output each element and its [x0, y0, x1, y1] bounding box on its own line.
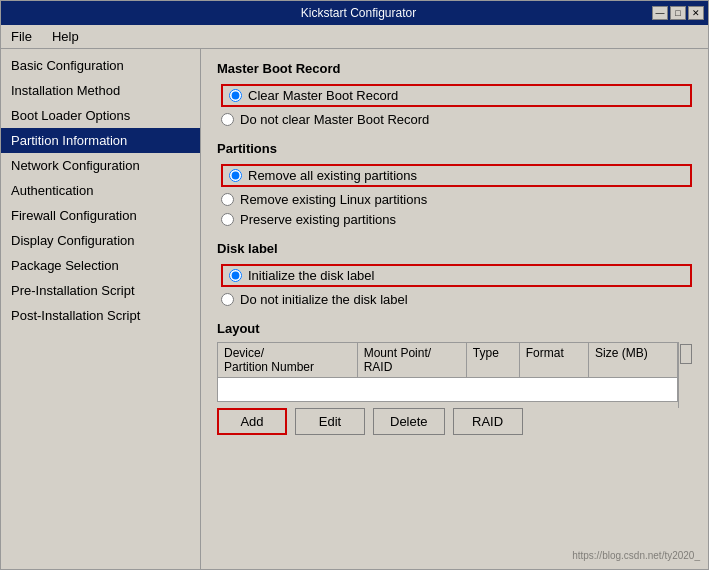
sidebar-item-authentication[interactable]: Authentication	[1, 178, 200, 203]
partitions-radio-preserve[interactable]	[221, 213, 234, 226]
menu-help[interactable]: Help	[46, 27, 85, 46]
maximize-button[interactable]: □	[670, 6, 686, 20]
main-window: Kickstart Configurator — □ ✕ File Help B…	[0, 0, 709, 570]
col-device: Device/Partition Number	[218, 343, 357, 378]
window-body: Basic Configuration Installation Method …	[1, 49, 708, 569]
layout-table-container: Device/Partition Number Mount Point/RAID…	[217, 342, 678, 402]
content-area: Basic Configuration Installation Method …	[1, 49, 708, 569]
sidebar-item-partition-information[interactable]: Partition Information	[1, 128, 200, 153]
raid-button[interactable]: RAID	[453, 408, 523, 435]
sidebar-item-firewall-configuration[interactable]: Firewall Configuration	[1, 203, 200, 228]
mbr-label-clear: Clear Master Boot Record	[248, 88, 398, 103]
layout-button-row: Add Edit Delete RAID	[217, 408, 692, 435]
sidebar-item-installation-method[interactable]: Installation Method	[1, 78, 200, 103]
edit-button[interactable]: Edit	[295, 408, 365, 435]
disk-label-option-initialize[interactable]: Initialize the disk label	[221, 264, 692, 287]
disk-label-options: Initialize the disk label Do not initial…	[221, 264, 692, 307]
scrollbar-thumb[interactable]	[680, 344, 692, 364]
mbr-label-do-not-clear: Do not clear Master Boot Record	[240, 112, 429, 127]
disk-label-label-do-not-initialize: Do not initialize the disk label	[240, 292, 408, 307]
sidebar-item-package-selection[interactable]: Package Selection	[1, 253, 200, 278]
partitions-section: Partitions Remove all existing partition…	[217, 141, 692, 227]
sidebar-item-pre-installation-script[interactable]: Pre-Installation Script	[1, 278, 200, 303]
master-boot-record-options: Clear Master Boot Record Do not clear Ma…	[221, 84, 692, 127]
minimize-button[interactable]: —	[652, 6, 668, 20]
menubar: File Help	[1, 25, 708, 49]
col-mount: Mount Point/RAID	[357, 343, 466, 378]
menu-file[interactable]: File	[5, 27, 38, 46]
partitions-option-preserve[interactable]: Preserve existing partitions	[221, 212, 692, 227]
window-title: Kickstart Configurator	[65, 6, 652, 20]
sidebar-item-basic-configuration[interactable]: Basic Configuration	[1, 53, 200, 78]
add-button[interactable]: Add	[217, 408, 287, 435]
disk-label-section: Disk label Initialize the disk label Do …	[217, 241, 692, 307]
delete-button[interactable]: Delete	[373, 408, 445, 435]
main-content: Master Boot Record Clear Master Boot Rec…	[201, 49, 708, 569]
window-controls: — □ ✕	[652, 6, 704, 20]
col-size: Size (MB)	[589, 343, 678, 378]
sidebar-item-post-installation-script[interactable]: Post-Installation Script	[1, 303, 200, 328]
sidebar-item-display-configuration[interactable]: Display Configuration	[1, 228, 200, 253]
close-button[interactable]: ✕	[688, 6, 704, 20]
sidebar: Basic Configuration Installation Method …	[1, 49, 201, 569]
disk-label-radio-do-not-initialize[interactable]	[221, 293, 234, 306]
disk-label-title: Disk label	[217, 241, 692, 256]
partitions-option-remove-all[interactable]: Remove all existing partitions	[221, 164, 692, 187]
disk-label-radio-initialize[interactable]	[229, 269, 242, 282]
mbr-option-clear[interactable]: Clear Master Boot Record	[221, 84, 692, 107]
disk-label-option-do-not-initialize[interactable]: Do not initialize the disk label	[221, 292, 692, 307]
mbr-radio-clear[interactable]	[229, 89, 242, 102]
table-scrollbar[interactable]	[678, 342, 692, 408]
mbr-radio-do-not-clear[interactable]	[221, 113, 234, 126]
layout-section: Layout Device/Partition Number Mount Poi…	[217, 321, 692, 435]
layout-title: Layout	[217, 321, 692, 336]
layout-table-wrapper: Device/Partition Number Mount Point/RAID…	[217, 342, 692, 408]
titlebar: Kickstart Configurator — □ ✕	[1, 1, 708, 25]
partitions-label-remove-linux: Remove existing Linux partitions	[240, 192, 427, 207]
layout-table: Device/Partition Number Mount Point/RAID…	[218, 343, 677, 378]
sidebar-item-boot-loader-options[interactable]: Boot Loader Options	[1, 103, 200, 128]
partitions-label-preserve: Preserve existing partitions	[240, 212, 396, 227]
partitions-radio-remove-all[interactable]	[229, 169, 242, 182]
col-format: Format	[519, 343, 588, 378]
partitions-label-remove-all: Remove all existing partitions	[248, 168, 417, 183]
sidebar-item-network-configuration[interactable]: Network Configuration	[1, 153, 200, 178]
disk-label-label-initialize: Initialize the disk label	[248, 268, 374, 283]
master-boot-record-section: Master Boot Record Clear Master Boot Rec…	[217, 61, 692, 127]
partitions-options: Remove all existing partitions Remove ex…	[221, 164, 692, 227]
partitions-title: Partitions	[217, 141, 692, 156]
watermark: https://blog.csdn.net/ty2020_	[572, 550, 700, 561]
partitions-radio-remove-linux[interactable]	[221, 193, 234, 206]
col-type: Type	[466, 343, 519, 378]
master-boot-record-title: Master Boot Record	[217, 61, 692, 76]
mbr-option-do-not-clear[interactable]: Do not clear Master Boot Record	[221, 112, 692, 127]
partitions-option-remove-linux[interactable]: Remove existing Linux partitions	[221, 192, 692, 207]
